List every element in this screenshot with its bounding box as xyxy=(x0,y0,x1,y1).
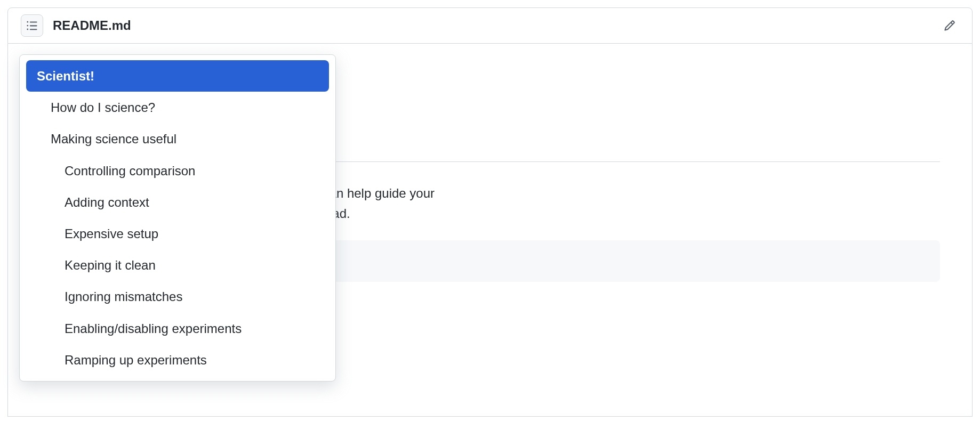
toc-item[interactable]: Expensive setup xyxy=(26,218,329,249)
toc-item[interactable]: Ramping up experiments xyxy=(26,344,329,376)
toc-item[interactable]: Controlling comparison xyxy=(26,155,329,186)
file-name: README.md xyxy=(53,18,131,33)
list-icon xyxy=(26,20,38,31)
toc-item[interactable]: Keeping it clean xyxy=(26,249,329,281)
header-left-group: README.md xyxy=(21,14,131,37)
file-header-bar: README.md xyxy=(7,7,973,44)
toc-item[interactable]: Adding context xyxy=(26,186,329,218)
toc-item[interactable]: Ignoring mismatches xyxy=(26,281,329,312)
toc-item[interactable]: How do I science? xyxy=(26,92,329,123)
toc-item[interactable]: Enabling/disabling experiments xyxy=(26,313,329,344)
toc-item[interactable]: Making science useful xyxy=(26,123,329,155)
edit-button[interactable] xyxy=(940,16,959,35)
readme-container: README.md critical paths. buildpassingco… xyxy=(0,7,980,417)
toc-item[interactable]: Scientist! xyxy=(26,60,329,92)
toc-dropdown: Scientist!How do I science?Making scienc… xyxy=(19,54,336,382)
toc-toggle-button[interactable] xyxy=(21,14,43,37)
pencil-icon xyxy=(944,20,955,31)
